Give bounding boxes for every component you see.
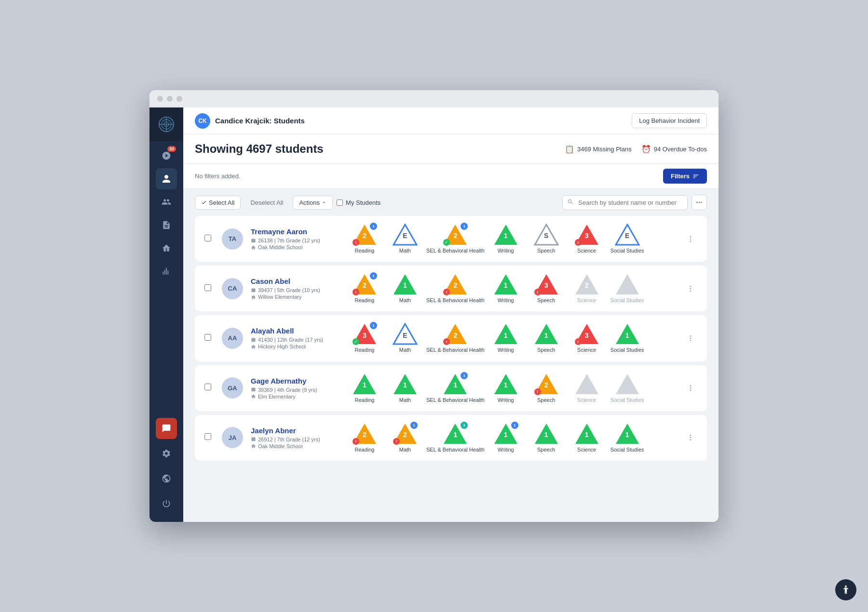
subject-triangle — [574, 373, 599, 395]
subject-alert — [575, 239, 582, 246]
filters-button[interactable]: Filters — [663, 169, 707, 184]
traffic-light-minimize[interactable] — [167, 96, 173, 102]
subject-item[interactable]: 1 Writing — [487, 323, 525, 353]
svg-marker-50 — [353, 374, 376, 394]
row-checkbox-wrap[interactable] — [204, 384, 214, 392]
row-more-button[interactable] — [684, 431, 697, 444]
subject-label-text: Math — [399, 397, 411, 403]
row-more-button[interactable] — [684, 282, 697, 295]
student-list: TA Tremayne Aaron 26138 | 7th Grade (12 … — [183, 216, 719, 522]
sidebar-item-notifications[interactable]: 30 — [156, 145, 177, 166]
subject-item[interactable]: E Math — [386, 323, 424, 353]
row-checkbox[interactable] — [204, 384, 211, 390]
row-checkbox-wrap[interactable] — [204, 433, 214, 442]
subject-item[interactable]: 1 1 SEL & Behavioral Health — [426, 373, 485, 403]
subject-item[interactable]: 3 1 ✓ Reading — [345, 323, 384, 353]
deselect-all-button[interactable]: Deselect All — [244, 196, 289, 209]
student-name[interactable]: Alayah Abell — [251, 327, 338, 335]
search-input[interactable] — [562, 195, 688, 210]
subject-item[interactable]: Social Studies — [608, 373, 647, 403]
subject-item[interactable]: 1 Reading — [345, 373, 384, 403]
row-checkbox[interactable] — [204, 235, 211, 241]
subject-item[interactable]: Social Studies — [608, 273, 647, 304]
subject-item[interactable]: 1 Writing — [487, 273, 525, 304]
subject-item[interactable]: 3 Science — [568, 323, 606, 353]
subject-item[interactable]: 1 Speech — [527, 423, 566, 453]
student-avatar: GA — [222, 377, 243, 399]
subject-item[interactable]: 1 Writing — [487, 224, 525, 254]
sidebar-item-analytics[interactable] — [156, 261, 177, 282]
subject-item[interactable]: 1 Speech — [527, 323, 566, 353]
subject-triangle: 2 — [534, 373, 559, 395]
select-all-button[interactable]: Select All — [195, 196, 241, 210]
table-row[interactable]: AA Alayah Abell 41430 | 12th Grade (17 y… — [195, 315, 707, 361]
student-avatar: TA — [222, 228, 243, 250]
sidebar-item-globe[interactable] — [156, 468, 177, 489]
student-name[interactable]: Gage Abernathy — [251, 377, 338, 385]
subject-item[interactable]: 1 Math — [386, 273, 424, 304]
row-checkbox[interactable] — [204, 284, 211, 291]
subject-item[interactable]: Science — [568, 373, 606, 403]
row-checkbox[interactable] — [204, 433, 211, 440]
table-row[interactable]: JA Jaelyn Abner 26912 | 7th Grade (12 yr… — [195, 415, 707, 461]
svg-point-57 — [690, 385, 692, 386]
student-name[interactable]: Tremayne Aaron — [251, 227, 338, 236]
subject-item[interactable]: E Social Studies — [608, 224, 647, 254]
sidebar-item-groups[interactable] — [156, 191, 177, 213]
subject-item[interactable]: 2 Science — [568, 273, 606, 304]
subject-item[interactable]: 2 SEL & Behavioral Health — [426, 273, 485, 304]
sidebar-item-documents[interactable] — [156, 214, 177, 236]
subject-item[interactable]: 1 1 Writing — [487, 423, 525, 453]
sidebar-item-power[interactable] — [156, 493, 177, 514]
actions-button[interactable]: Actions — [293, 196, 333, 210]
row-more-button[interactable] — [684, 332, 697, 345]
row-checkbox-wrap[interactable] — [204, 235, 214, 243]
subjects-row: 2 Reading 2 1 Math 1 1 SEL & Behavioral … — [345, 423, 676, 453]
student-name[interactable]: Jaelyn Abner — [251, 426, 338, 435]
more-options-button[interactable] — [692, 195, 707, 210]
my-students-input[interactable] — [337, 200, 343, 206]
subject-label-text: Social Studies — [610, 397, 644, 403]
subject-item[interactable]: 2 1 Math — [386, 423, 424, 453]
subject-item[interactable]: 1 Social Studies — [608, 323, 647, 353]
subject-item[interactable]: 2 1 ✓ SEL & Behavioral Health — [426, 224, 485, 254]
subject-item[interactable]: 2 Speech — [527, 373, 566, 403]
svg-marker-30 — [616, 274, 639, 294]
subject-label-text: Speech — [537, 347, 555, 353]
subject-item[interactable]: 1 Writing — [487, 373, 525, 403]
my-students-checkbox[interactable]: My Students — [337, 199, 380, 206]
sidebar-item-buildings[interactable] — [156, 238, 177, 259]
sidebar-item-settings[interactable] — [156, 443, 177, 464]
subject-item[interactable]: 2 SEL & Behavioral Health — [426, 323, 485, 353]
row-checkbox-wrap[interactable] — [204, 334, 214, 343]
subject-item[interactable]: 1 Science — [568, 423, 606, 453]
log-behavior-button[interactable]: Log Behavior Incident — [632, 113, 707, 128]
subject-item[interactable]: E Math — [386, 224, 424, 254]
sidebar-item-students[interactable] — [156, 168, 177, 189]
subject-item[interactable]: S Speech — [527, 224, 566, 254]
subject-item[interactable]: 3 Science — [568, 224, 606, 254]
accessibility-button[interactable] — [835, 579, 856, 600]
subject-item[interactable]: 1 1 SEL & Behavioral Health — [426, 423, 485, 453]
subject-item[interactable]: 2 1 Reading — [345, 273, 384, 304]
subject-item[interactable]: 2 Reading — [345, 423, 384, 453]
row-more-button[interactable] — [684, 381, 697, 395]
table-row[interactable]: GA Gage Abernathy 39369 | 4th Grade (9 y… — [195, 365, 707, 411]
subject-label-text: Reading — [355, 397, 375, 403]
subject-item[interactable]: 2 1 Reading — [345, 224, 384, 254]
subject-triangle — [615, 373, 640, 395]
student-name[interactable]: Cason Abel — [251, 277, 338, 285]
subject-item[interactable]: 1 Social Studies — [608, 423, 647, 453]
overdue-todos-stat: ⏰ 94 Overdue To-dos — [641, 145, 707, 154]
table-row[interactable]: CA Cason Abel 39437 | 5th Grade (10 yrs)… — [195, 266, 707, 311]
traffic-light-close[interactable] — [157, 96, 163, 102]
subject-item[interactable]: 3 Speech — [527, 273, 566, 304]
row-more-button[interactable] — [684, 232, 697, 246]
row-checkbox-wrap[interactable] — [204, 284, 214, 293]
table-row[interactable]: TA Tremayne Aaron 26138 | 7th Grade (12 … — [195, 216, 707, 262]
row-checkbox[interactable] — [204, 334, 211, 341]
sidebar-item-chat[interactable] — [156, 418, 177, 439]
svg-point-33 — [690, 290, 692, 292]
subject-item[interactable]: 1 Math — [386, 373, 424, 403]
traffic-light-maximize[interactable] — [176, 96, 182, 102]
